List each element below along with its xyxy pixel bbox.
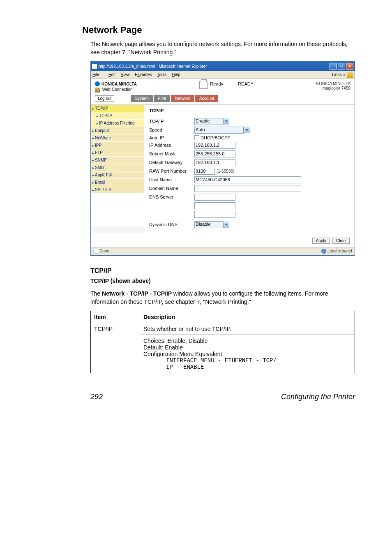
status-bar: Done Local intranet (91, 247, 355, 255)
autoip-label: Auto IP (149, 135, 194, 140)
action-row: Apply Clear (91, 233, 355, 247)
pagescope-icon (95, 88, 100, 92)
menu-favorites[interactable]: Favorites (135, 72, 152, 77)
page-number: 292 (90, 393, 103, 401)
page-footer: 292 Configuring the Printer (90, 390, 355, 401)
zone-icon (321, 249, 326, 254)
window-title: http://192.168.1.2/a_index.html - Micros… (99, 64, 207, 69)
status-zone: Local intranet (327, 249, 352, 253)
host-label: Host Name (149, 177, 194, 182)
printer-icon (199, 81, 208, 89)
sidebar-ssltls[interactable]: SSL/TLS (91, 186, 144, 194)
menu-help[interactable]: Help (172, 72, 180, 77)
ready-label: Ready (210, 81, 223, 86)
minimize-button[interactable]: _ (330, 63, 337, 69)
domain-input[interactable] (194, 185, 301, 192)
description-table: Item Description TCP/IP Sets whether or … (90, 311, 355, 373)
sidebar-ftp[interactable]: FTP (91, 149, 144, 157)
sidebar: TCP/IP TCP/IP IP Address Filtering Bonjo… (91, 105, 144, 233)
sidebar-tcpip-parent[interactable]: TCP/IP (91, 105, 144, 112)
dyndns-label: Dynamic DNS (149, 222, 194, 227)
host-input[interactable] (194, 176, 301, 183)
menu-file[interactable]: File (92, 72, 103, 77)
dns-label: DNS Server (149, 194, 194, 199)
ie-icon (92, 64, 97, 69)
sidebar-bonjour[interactable]: Bonjour (91, 127, 144, 134)
sidebar-appletalk[interactable]: AppleTalk (91, 171, 144, 179)
td-desc1: Sets whether or not to use TCP/IP. (140, 323, 355, 335)
gateway-label: Default Gateway (149, 160, 194, 165)
sidebar-ipp[interactable]: IPP (91, 142, 144, 149)
apply-button[interactable]: Apply (312, 238, 330, 244)
dns1-input[interactable] (194, 194, 235, 201)
tab-print[interactable]: Print (154, 95, 171, 102)
dropdown-icon[interactable] (223, 118, 229, 125)
sidebar-netware[interactable]: NetWare (91, 134, 144, 142)
ipaddr-label: IP Address (149, 143, 194, 148)
body-text: The Network - TCP/IP - TCP/IP window all… (90, 290, 355, 306)
dhcp-checkbox[interactable] (194, 135, 199, 140)
links-more[interactable]: » (343, 72, 346, 77)
brand-name: KONICA MINOLTA (101, 82, 137, 86)
dropdown-icon[interactable] (223, 222, 229, 228)
sidebar-email[interactable]: Email (91, 179, 144, 186)
sidebar-smb[interactable]: SMB (91, 164, 144, 171)
links-label[interactable]: Links (332, 72, 341, 77)
dyndns-select[interactable]: Disable (194, 221, 223, 228)
intro-text: The Network page allows you to configure… (90, 40, 355, 56)
tcpip-label: TCP/IP (149, 119, 194, 124)
chapter-title: Configuring the Printer (281, 393, 355, 401)
sidebar-ip-filtering[interactable]: IP Address Filtering (91, 120, 144, 127)
brand-subtitle: Web Connection (95, 87, 137, 92)
section-heading: Network Page (82, 25, 355, 35)
menu-edit[interactable]: Edit (108, 72, 115, 77)
window-titlebar: http://192.168.1.2/a_index.html - Micros… (91, 62, 355, 71)
form-area: TCP/IP TCP/IP Enable Speed Auto Auto IP … (144, 105, 355, 233)
subnet-input[interactable] (194, 150, 235, 157)
dhcp-label: DHCP/BOOTP (201, 135, 231, 140)
ipaddr-input[interactable] (194, 142, 235, 149)
th-item: Item (91, 311, 140, 323)
tab-network[interactable]: Network (171, 95, 194, 102)
td-item: TCP/IP (91, 323, 140, 373)
page-icon (93, 249, 98, 254)
ready-text: READY (238, 81, 254, 86)
ie-throbber-icon (347, 72, 353, 78)
td-desc2: Choices: Enable, Disable Default: Enable… (140, 335, 355, 373)
brand-dot-icon (95, 81, 100, 86)
raw-label: RAW Port Number (149, 169, 194, 173)
subsection-heading: TCP/IP (90, 267, 355, 275)
tab-account[interactable]: Account (195, 95, 218, 102)
menu-tools[interactable]: Tools (157, 72, 166, 77)
dropdown-icon[interactable] (244, 127, 250, 133)
dns3-input[interactable] (194, 211, 235, 218)
domain-label: Domain Name (149, 186, 194, 191)
brand-logo: KONICA MINOLTA (95, 81, 137, 86)
device-info: KONICA MINOLTA magicolor 7450 (316, 81, 350, 92)
tab-system[interactable]: System (131, 95, 152, 102)
status-done: Done (99, 249, 109, 253)
raw-hint: (1-65535) (217, 169, 234, 173)
tab-bar: System Print Network Account (131, 95, 218, 102)
tcpip-select[interactable]: Enable (194, 118, 223, 125)
dns2-input[interactable] (194, 202, 235, 209)
clear-button[interactable]: Clear (332, 238, 350, 244)
menu-view[interactable]: View (121, 72, 130, 77)
speed-select[interactable]: Auto (194, 127, 244, 134)
logout-button[interactable]: Log out (95, 95, 114, 102)
sidebar-tcpip-child[interactable]: TCP/IP (91, 112, 144, 120)
subnet-label: Subnet Mask (149, 151, 194, 156)
gateway-input[interactable] (194, 159, 235, 166)
sidebar-snmp[interactable]: SNMP (91, 157, 144, 164)
shown-above-label: TCP/IP (shown above) (90, 277, 355, 285)
form-title: TCP/IP (149, 108, 350, 113)
maximize-button[interactable]: □ (338, 63, 345, 69)
close-button[interactable]: × (346, 63, 353, 69)
th-desc: Description (140, 311, 355, 323)
printer-status: Ready READY (199, 81, 254, 92)
menubar: File Edit View Favorites Tools Help Link… (91, 71, 355, 79)
browser-window: http://192.168.1.2/a_index.html - Micros… (90, 61, 355, 255)
speed-label: Speed (149, 127, 194, 132)
raw-input[interactable] (194, 168, 215, 175)
